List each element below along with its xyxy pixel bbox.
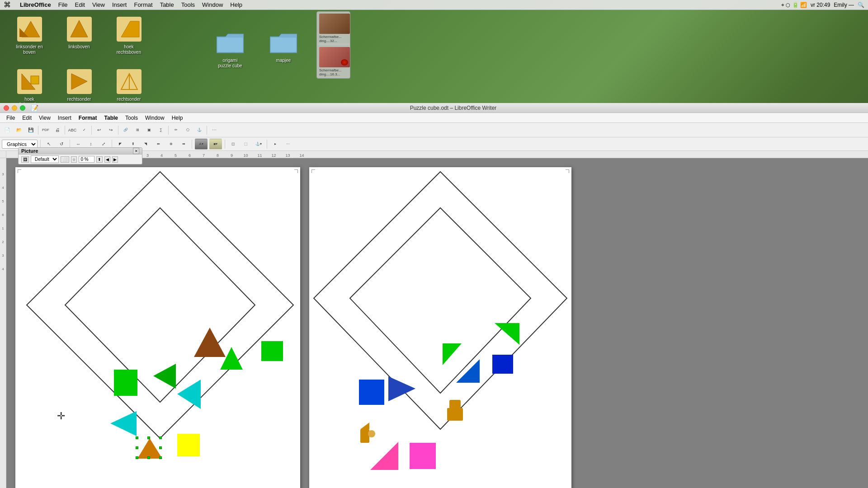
toolbar-sep-3 — [91, 126, 92, 135]
time-display: vr 20:49 — [811, 2, 830, 8]
writer-menu-file[interactable]: File — [3, 115, 19, 121]
writer-menu-edit[interactable]: Edit — [19, 115, 35, 121]
g-more2[interactable]: ▸ — [270, 139, 281, 150]
cyan-triangle-left — [110, 411, 137, 436]
toolbar-draw[interactable]: ✏ — [170, 125, 181, 136]
dialog-close[interactable]: ✕ — [133, 148, 139, 154]
yellow-rect[interactable] — [177, 434, 200, 456]
pic-up-btn[interactable]: ⬆ — [96, 156, 103, 163]
screenshot-item-1[interactable]: Schermafbe...ding....32... — [318, 13, 349, 44]
menu-file[interactable]: File — [55, 1, 71, 8]
menu-libreoffice[interactable]: LibreOffice — [16, 1, 55, 8]
icon-img-hoek-linksonder — [16, 68, 43, 95]
writer-menu-insert[interactable]: Insert — [54, 115, 75, 121]
g-align-l[interactable]: ⬅ — [153, 139, 164, 150]
pic-prev-btn[interactable]: ◀ — [104, 156, 110, 163]
svg-marker-35 — [360, 422, 369, 429]
toolbar-formula[interactable]: ∑ — [156, 125, 166, 136]
g-align-r[interactable]: ➡ — [178, 139, 189, 150]
menu-window[interactable]: Window — [198, 1, 226, 8]
toolbar-frame[interactable]: ▣ — [144, 125, 155, 136]
maximize-button[interactable] — [20, 105, 25, 111]
minimize-button[interactable] — [12, 105, 17, 111]
toolbar-save[interactable]: 💾 — [25, 125, 36, 136]
handle-tr — [159, 436, 162, 439]
svg-marker-27 — [495, 323, 519, 345]
svg-marker-20 — [220, 347, 243, 370]
svg-marker-28 — [443, 343, 462, 365]
g-fill[interactable]: ■▾ — [209, 139, 222, 150]
green-triangle-mid — [153, 364, 176, 389]
writer-menu-view[interactable]: View — [35, 115, 54, 121]
handle-br — [159, 456, 162, 459]
corner-tr-left — [294, 169, 298, 173]
ruler-corner — [0, 151, 6, 158]
toolbar-new[interactable]: 📄 — [2, 125, 13, 136]
g-more3[interactable]: ⋯ — [283, 139, 293, 150]
screenshot-item-2[interactable]: Schermafbe...ding....16.3... — [318, 46, 349, 77]
menu-tools[interactable]: Tools — [178, 1, 198, 8]
toolbar-more[interactable]: ⋯ — [209, 125, 220, 136]
pic-percent-input[interactable] — [79, 156, 94, 163]
svg-marker-25 — [314, 172, 567, 429]
handle-ml — [136, 446, 138, 449]
picture-dialog: Picture ✕ 🖼 Default ⬜ ○ ⬆ ◀ ▶ — [18, 147, 142, 164]
apple-menu[interactable]: ⌘ — [4, 0, 11, 9]
desktop-icon-linksonder-boven[interactable]: linksonder enboven — [9, 14, 50, 57]
writer-menu-table[interactable]: Table — [101, 115, 122, 121]
pic-next-btn[interactable]: ▶ — [112, 156, 118, 163]
toolbar-undo[interactable]: ↩ — [94, 125, 104, 136]
menu-format[interactable]: Format — [130, 1, 156, 8]
blue-rect-r2[interactable] — [359, 380, 384, 405]
blue-rect-r1[interactable] — [492, 355, 513, 374]
pic-icon-btn[interactable]: ⬜ — [61, 156, 69, 163]
writer-menu-tools[interactable]: Tools — [122, 115, 142, 121]
g-3d[interactable]: ⬚ — [241, 139, 251, 150]
writer-menu-window[interactable]: Window — [142, 115, 168, 121]
menu-view[interactable]: View — [89, 1, 108, 8]
toolbar-autocorrect[interactable]: ✓ — [79, 125, 90, 136]
toolbar-anchor[interactable]: ⚓ — [194, 125, 205, 136]
green-rect-top[interactable] — [261, 341, 283, 361]
magenta-rect[interactable] — [410, 443, 436, 469]
menu-help[interactable]: Help — [226, 1, 246, 8]
menu-insert[interactable]: Insert — [108, 1, 131, 8]
screenshot-thumb-2 — [319, 47, 350, 67]
toolbar-sep-5 — [168, 126, 169, 135]
menu-table[interactable]: Table — [156, 1, 178, 8]
corner-tr-right — [566, 169, 569, 173]
writer-window: 📝 Puzzle cube.odt – LibreOffice Writer F… — [0, 103, 868, 488]
toolbar-spellcheck[interactable]: ABC — [67, 125, 78, 136]
g-shadow[interactable]: ◫ — [228, 139, 239, 150]
toolbar-shapes[interactable]: ⬠ — [182, 125, 193, 136]
toolbar-print[interactable]: 🖨 — [52, 125, 63, 136]
g-align-c[interactable]: ⊕ — [165, 139, 176, 150]
pic-circle-btn[interactable]: ○ — [71, 156, 77, 163]
toolbar-redo[interactable]: ↪ — [105, 125, 116, 136]
g-color[interactable]: A▾ — [195, 139, 208, 150]
writer-menu-format[interactable]: Format — [75, 115, 101, 121]
svg-marker-30 — [456, 359, 480, 383]
picture-dialog-titlebar: Picture ✕ — [19, 148, 142, 155]
green-rect-mid-left[interactable] — [114, 370, 137, 396]
folder-origami[interactable]: origamipuzzle cube — [215, 27, 245, 70]
desktop-icon-linksboven[interactable]: linksboven — [59, 14, 99, 57]
folder-mapjee[interactable]: mapjee — [268, 27, 299, 70]
desktop-icon-hoek-rechtsboven[interactable]: hoekrechtsboven — [108, 14, 149, 57]
close-button[interactable] — [4, 105, 9, 111]
icon-img-linksonder — [16, 15, 43, 42]
toolbar-pdf[interactable]: PDF — [40, 125, 51, 136]
menu-edit[interactable]: Edit — [71, 1, 89, 8]
toolbar-table[interactable]: ⊞ — [132, 125, 143, 136]
blue-tri-r1 — [388, 376, 415, 401]
pic-mode-btn[interactable]: 🖼 — [21, 156, 29, 163]
toolbar-sep-1 — [38, 126, 38, 135]
pic-mode-select[interactable]: Default — [31, 155, 59, 163]
toolbar-open[interactable]: 📂 — [14, 125, 24, 136]
g-anchor-btn[interactable]: ⚓▾ — [253, 139, 264, 150]
svg-marker-22 — [177, 380, 201, 409]
writer-menu-help[interactable]: Help — [168, 115, 187, 121]
folder-img-origami — [217, 29, 244, 56]
search-icon[interactable]: 🔍 — [858, 2, 864, 8]
toolbar-hyperlink[interactable]: 🔗 — [120, 125, 131, 136]
